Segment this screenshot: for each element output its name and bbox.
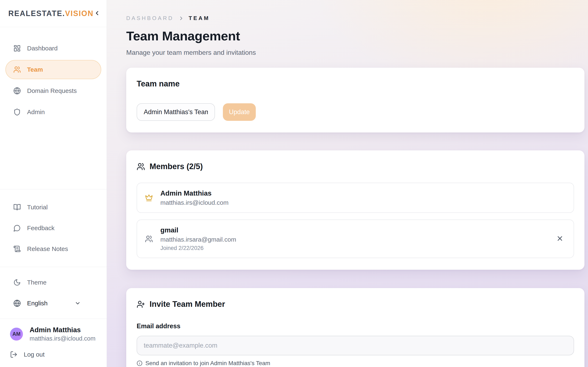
app-root: REALESTATE.VISION Dashboard Team: [0, 0, 588, 367]
scroll-text-icon: [13, 245, 21, 253]
sidebar-item-tutorial[interactable]: Tutorial: [5, 198, 101, 217]
sidebar-collapse-button[interactable]: [94, 10, 100, 17]
info-icon: [137, 360, 142, 366]
page-subtitle: Manage your team members and invitations: [126, 49, 584, 57]
member-info: gmail matthias.irsara@gmail.com Joined 2…: [160, 226, 236, 251]
brand-primary: REALESTATE.: [8, 9, 65, 18]
members-card-header: Members (2/5): [137, 162, 574, 171]
member-email: matthias.irsara@gmail.com: [160, 236, 236, 243]
users-icon: [137, 162, 145, 171]
team-name-card: Team name Update: [126, 68, 584, 133]
chevron-right-icon: [178, 16, 184, 21]
logout-label: Log out: [24, 351, 45, 358]
invite-helper: Send an invitation to join Admin Matthia…: [137, 360, 574, 367]
user-plus-icon: [137, 300, 145, 309]
logout-icon: [10, 351, 17, 358]
book-open-icon: [13, 203, 21, 211]
sidebar-item-feedback[interactable]: Feedback: [5, 218, 101, 238]
remove-member-button[interactable]: [554, 233, 566, 245]
sidebar-item-admin[interactable]: Admin: [5, 102, 101, 122]
logo: REALESTATE.VISION: [0, 0, 107, 27]
team-name-card-title: Team name: [137, 79, 574, 88]
sidebar-item-label: Team: [27, 66, 43, 73]
sidebar-item-domain-requests[interactable]: Domain Requests: [5, 81, 101, 100]
sidebar-spacer: [0, 122, 107, 189]
brand-wordmark: REALESTATE.VISION: [8, 9, 93, 18]
sidebar-item-label: Tutorial: [27, 204, 48, 211]
sidebar-item-team[interactable]: Team: [5, 60, 101, 79]
user-meta: Admin Matthias matthias.irs@icloud.com: [30, 326, 95, 342]
sidebar-item-dashboard[interactable]: Dashboard: [5, 39, 101, 58]
chevron-left-icon: [94, 10, 100, 17]
brand-accent: VISION: [65, 9, 93, 18]
sidebar: REALESTATE.VISION Dashboard Team: [0, 0, 107, 367]
users-icon: [145, 235, 153, 243]
invite-card-header: Invite Team Member: [137, 300, 574, 309]
email-field-label: Email address: [137, 322, 574, 330]
dashboard-icon: [13, 45, 21, 52]
member-row-owner: Admin Matthias matthias.irs@icloud.com: [137, 183, 574, 213]
update-button[interactable]: Update: [223, 103, 256, 121]
invite-helper-text: Send an invitation to join Admin Matthia…: [145, 360, 270, 367]
invite-email-input[interactable]: [137, 336, 574, 355]
sidebar-item-release-notes[interactable]: Release Notes: [5, 239, 101, 259]
breadcrumb: DASHBOARD TEAM: [126, 15, 584, 21]
theme-toggle[interactable]: Theme: [5, 273, 101, 292]
member-name: gmail: [160, 226, 236, 234]
sidebar-item-label: Feedback: [27, 225, 55, 232]
breadcrumb-dashboard[interactable]: DASHBOARD: [126, 15, 174, 21]
members-card-title: Members (2/5): [149, 162, 203, 171]
user-email: matthias.irs@icloud.com: [30, 335, 95, 342]
sidebar-item-label: Domain Requests: [27, 87, 77, 94]
language-label: English: [27, 300, 48, 307]
chevron-down-icon: [75, 300, 81, 306]
globe-icon: [13, 87, 21, 95]
team-name-form: Update: [137, 103, 574, 121]
invite-card: Invite Team Member Email address Send an…: [126, 288, 584, 367]
close-icon: [556, 235, 564, 243]
sidebar-preferences: Theme English: [0, 267, 107, 319]
globe-icon: [13, 300, 21, 307]
message-circle-icon: [13, 224, 21, 232]
user-name: Admin Matthias: [30, 326, 95, 334]
sidebar-item-label: Dashboard: [27, 45, 58, 52]
members-card: Members (2/5) Admin Matthias matthias.ir…: [126, 150, 584, 270]
language-selector[interactable]: English: [5, 294, 101, 313]
avatar-initials: AM: [12, 331, 21, 337]
member-name: Admin Matthias: [160, 189, 229, 197]
main-content: DASHBOARD TEAM Team Management Manage yo…: [107, 0, 588, 367]
page-title: Team Management: [126, 29, 584, 43]
member-joined-date: Joined 2/22/2026: [160, 245, 236, 251]
sidebar-nav: Dashboard Team Domain Requests Admin: [0, 27, 107, 122]
sidebar-item-label: Release Notes: [27, 245, 68, 252]
member-email: matthias.irs@icloud.com: [160, 199, 229, 206]
user-profile[interactable]: AM Admin Matthias matthias.irs@icloud.co…: [0, 319, 107, 344]
breadcrumb-team: TEAM: [189, 15, 210, 21]
sidebar-item-label: Admin: [27, 108, 45, 116]
crown-icon: [145, 194, 153, 202]
moon-icon: [13, 279, 21, 286]
theme-label: Theme: [27, 279, 46, 286]
member-row: gmail matthias.irsara@gmail.com Joined 2…: [137, 219, 574, 258]
invite-card-title: Invite Team Member: [149, 300, 225, 309]
logout-button[interactable]: Log out: [5, 346, 101, 363]
shield-icon: [13, 108, 21, 116]
avatar: AM: [10, 328, 23, 341]
team-name-input[interactable]: [137, 103, 215, 121]
sidebar-secondary-nav: Tutorial Feedback Release Notes: [0, 189, 107, 267]
users-icon: [13, 66, 21, 73]
member-info: Admin Matthias matthias.irs@icloud.com: [160, 189, 229, 206]
member-list: Admin Matthias matthias.irs@icloud.com g…: [137, 183, 574, 258]
